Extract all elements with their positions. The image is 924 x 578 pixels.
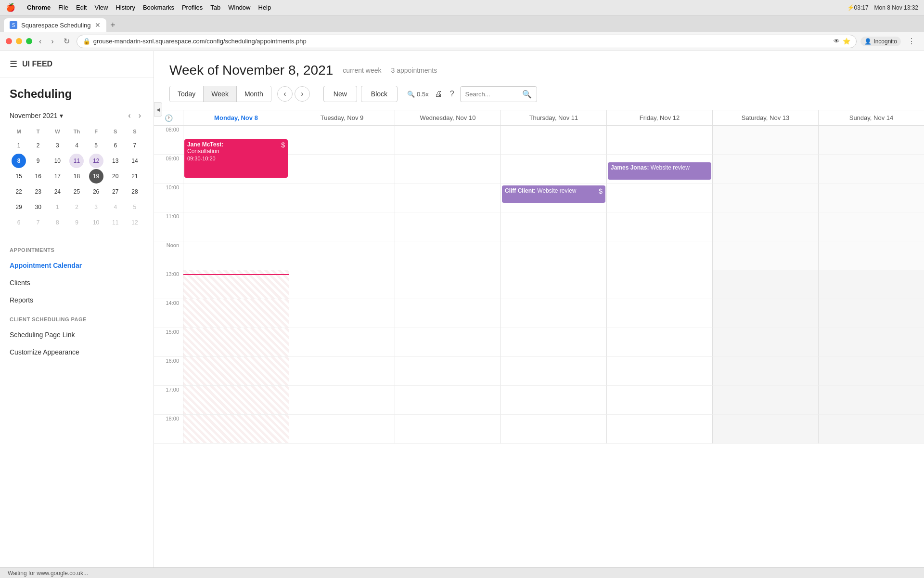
mini-cal-day-10[interactable]: 10 <box>50 154 64 168</box>
cell-fri-1800[interactable] <box>606 415 712 444</box>
cell-sun-1600[interactable] <box>818 357 924 386</box>
menu-edit[interactable]: Edit <box>76 4 87 11</box>
cell-tue-0900[interactable] <box>289 155 395 184</box>
refresh-button[interactable]: ↻ <box>61 35 73 48</box>
cell-tue-1300[interactable] <box>289 270 395 299</box>
menu-history[interactable]: History <box>116 4 135 11</box>
mini-cal-day-16[interactable]: 16 <box>31 169 45 184</box>
next-week-button[interactable]: › <box>295 86 310 102</box>
window-close-button[interactable] <box>6 38 12 44</box>
mini-cal-day-17[interactable]: 17 <box>50 169 64 184</box>
mini-cal-day-18[interactable]: 18 <box>69 169 84 184</box>
window-minimize-button[interactable] <box>16 38 22 44</box>
view-week-button[interactable]: Week <box>204 86 237 102</box>
cell-mon-1400[interactable] <box>183 299 289 328</box>
prev-week-button[interactable]: ‹ <box>277 86 293 102</box>
cell-sun-noon[interactable] <box>818 241 924 270</box>
cell-mon-1600[interactable] <box>183 357 289 386</box>
address-bar[interactable]: 🔒 grouse-mandarin-sxnl.squarespace.com/c… <box>77 35 857 48</box>
mini-cal-day-24[interactable]: 24 <box>50 184 64 199</box>
cell-thu-0800[interactable] <box>500 126 606 155</box>
cell-sun-1800[interactable] <box>818 415 924 444</box>
cell-fri-1600[interactable] <box>606 357 712 386</box>
search-icon[interactable]: 🔍 <box>522 90 532 99</box>
cell-fri-1100[interactable] <box>606 212 712 241</box>
mini-cal-day-dec-8[interactable]: 8 <box>50 215 64 230</box>
cell-sat-1300[interactable] <box>712 270 818 299</box>
cell-fri-1000[interactable] <box>606 184 712 212</box>
menu-window[interactable]: Window <box>228 4 250 11</box>
mini-cal-day-19[interactable]: 19 <box>89 169 103 184</box>
cell-tue-0800[interactable] <box>289 126 395 155</box>
cell-sat-noon[interactable] <box>712 241 818 270</box>
cell-sat-1800[interactable] <box>712 415 818 444</box>
cell-thu-1300[interactable] <box>500 270 606 299</box>
cell-tue-1600[interactable] <box>289 357 395 386</box>
cell-wed-1400[interactable] <box>395 299 500 328</box>
mini-cal-day-21[interactable]: 21 <box>128 169 142 184</box>
cell-fri-0900[interactable]: James Jonas: Website review <box>606 155 712 184</box>
cell-fri-1700[interactable] <box>606 386 712 415</box>
window-maximize-button[interactable] <box>26 38 32 44</box>
cell-mon-1100[interactable] <box>183 212 289 241</box>
sidebar-item-customize-appearance[interactable]: Customize Appearance <box>0 343 154 361</box>
sidebar-item-reports[interactable]: Reports <box>0 291 154 309</box>
mini-cal-day-12[interactable]: 12 <box>89 154 103 168</box>
mini-cal-day-2[interactable]: 2 <box>31 138 45 153</box>
mini-cal-day-4[interactable]: 4 <box>69 138 84 153</box>
mini-cal-day-dec-10[interactable]: 10 <box>89 215 103 230</box>
appointment-jane-mctest[interactable]: $ Jane McTest: Consultation 09:30-10:20 <box>184 139 288 178</box>
cell-mon-1700[interactable] <box>183 386 289 415</box>
mini-cal-day-8[interactable]: 8 <box>12 154 26 168</box>
mini-cal-day-29[interactable]: 29 <box>12 200 26 214</box>
mini-cal-day-15[interactable]: 15 <box>12 169 26 184</box>
cell-sat-1000[interactable] <box>712 184 818 212</box>
cell-sun-1000[interactable] <box>818 184 924 212</box>
view-month-button[interactable]: Month <box>237 86 271 102</box>
mini-cal-day-dec-9[interactable]: 9 <box>69 215 84 230</box>
cell-sat-1100[interactable] <box>712 212 818 241</box>
cell-mon-1800[interactable] <box>183 415 289 444</box>
mini-cal-day-dec-2[interactable]: 2 <box>69 200 84 214</box>
cell-tue-1100[interactable] <box>289 212 395 241</box>
cell-fri-1500[interactable] <box>606 328 712 357</box>
cell-wed-1000[interactable] <box>395 184 500 212</box>
back-button[interactable]: ‹ <box>36 35 44 48</box>
cell-mon-0800[interactable]: $ Jane McTest: Consultation 09:30-10:20 <box>183 126 289 155</box>
mini-cal-day-dec-12[interactable]: 12 <box>128 215 142 230</box>
menu-help[interactable]: Help <box>258 4 271 11</box>
cell-sun-1300[interactable] <box>818 270 924 299</box>
cell-wed-1700[interactable] <box>395 386 500 415</box>
cell-mon-noon[interactable] <box>183 241 289 270</box>
profile-button[interactable]: 👤 Incognito <box>860 37 901 46</box>
cell-fri-noon[interactable] <box>606 241 712 270</box>
block-time-button[interactable]: Block <box>361 86 398 102</box>
mini-cal-day-30[interactable]: 30 <box>31 200 45 214</box>
cell-sun-0900[interactable] <box>818 155 924 184</box>
mini-cal-day-dec-11[interactable]: 11 <box>108 215 123 230</box>
menu-profiles[interactable]: Profiles <box>182 4 203 11</box>
cell-thu-noon[interactable] <box>500 241 606 270</box>
sidebar-item-clients[interactable]: Clients <box>0 274 154 291</box>
cell-wed-0800[interactable] <box>395 126 500 155</box>
mini-cal-day-28[interactable]: 28 <box>128 184 142 199</box>
cell-fri-1400[interactable] <box>606 299 712 328</box>
mini-cal-day-9[interactable]: 9 <box>31 154 45 168</box>
mini-cal-day-dec-1[interactable]: 1 <box>50 200 64 214</box>
cell-tue-1800[interactable] <box>289 415 395 444</box>
mini-cal-day-25[interactable]: 25 <box>69 184 84 199</box>
mini-cal-day-26[interactable]: 26 <box>89 184 103 199</box>
mini-cal-day-dec-5[interactable]: 5 <box>128 200 142 214</box>
cell-fri-1300[interactable] <box>606 270 712 299</box>
mini-cal-day-dec-4[interactable]: 4 <box>108 200 123 214</box>
mini-cal-day-27[interactable]: 27 <box>108 184 123 199</box>
cell-sun-1100[interactable] <box>818 212 924 241</box>
mini-cal-day-11[interactable]: 11 <box>69 154 84 168</box>
appointment-james-jonas[interactable]: James Jonas: Website review <box>608 162 711 180</box>
cell-wed-0900[interactable] <box>395 155 500 184</box>
cell-mon-1000[interactable] <box>183 184 289 212</box>
cell-mon-1500[interactable] <box>183 328 289 357</box>
cell-wed-1600[interactable] <box>395 357 500 386</box>
cell-mon-1300[interactable] <box>183 270 289 299</box>
reader-icon[interactable]: 👁 <box>834 38 840 45</box>
